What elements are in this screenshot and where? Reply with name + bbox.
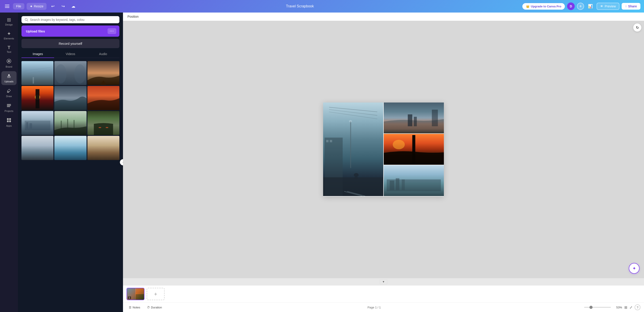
redo-button[interactable]: ↪ <box>59 2 67 10</box>
svg-rect-31 <box>98 127 101 128</box>
svg-rect-16 <box>22 61 54 85</box>
list-item[interactable] <box>22 136 54 160</box>
svg-line-34 <box>329 109 377 115</box>
slide-thumb-1[interactable]: 1 <box>126 288 144 300</box>
resize-button[interactable]: ✦ Resize <box>26 3 47 10</box>
text-icon: T <box>8 45 10 50</box>
svg-rect-10 <box>7 118 9 120</box>
list-item[interactable] <box>22 111 54 135</box>
sidebar-item-design[interactable]: ⊞ Design <box>1 15 16 28</box>
apps-icon <box>6 118 12 124</box>
list-item[interactable] <box>88 111 120 135</box>
search-input[interactable] <box>30 18 116 22</box>
cloud-save-button[interactable]: ☁ <box>69 2 77 10</box>
topbar-left: File ✦ Resize ↩ ↪ ☁ <box>4 2 77 10</box>
zoom-slider[interactable] <box>584 307 611 308</box>
chevron-left-icon: ‹ <box>122 161 123 164</box>
left-sidebar: ⊞ Design ✦ Elements T Text Brand <box>0 13 18 312</box>
notes-button[interactable]: ☰ Notes <box>126 304 142 310</box>
list-item[interactable] <box>54 86 86 110</box>
duration-label: Duration <box>151 306 162 309</box>
svg-rect-52 <box>390 181 394 190</box>
canvas-viewport[interactable]: ↻ ✦ <box>123 21 644 278</box>
sidebar-item-apps[interactable]: Apps <box>1 116 16 129</box>
magic-icon: ✦ <box>632 266 636 271</box>
position-label: Position <box>128 15 139 18</box>
search-icon <box>24 18 28 22</box>
plus-icon: + <box>579 4 582 9</box>
svg-line-15 <box>27 20 28 21</box>
list-item[interactable] <box>54 111 86 135</box>
magic-button[interactable]: ✦ <box>629 263 640 274</box>
notes-icon: ☰ <box>129 306 132 309</box>
svg-point-20 <box>55 64 67 84</box>
canvas-photo-4[interactable] <box>384 165 444 196</box>
projects-icon <box>6 103 12 109</box>
share-button[interactable]: ↑ Share <box>622 3 640 10</box>
svg-rect-48 <box>432 110 438 126</box>
svg-rect-24 <box>36 89 39 109</box>
tab-videos[interactable]: Videos <box>54 50 87 58</box>
list-item[interactable] <box>54 136 86 160</box>
svg-rect-47 <box>414 117 417 126</box>
sidebar-item-uploads[interactable]: Uploads <box>1 71 16 85</box>
sidebar-item-brand[interactable]: Brand <box>1 56 16 70</box>
canvas-photo-2[interactable] <box>384 103 444 133</box>
page-info: Page 1 / 1 <box>166 306 582 309</box>
file-button[interactable]: File <box>13 3 24 10</box>
sidebar-label-text: Text <box>7 51 11 53</box>
refresh-button[interactable]: ↻ <box>633 24 641 32</box>
record-yourself-button[interactable]: Record yourself <box>22 39 120 48</box>
help-button[interactable]: ? <box>634 304 640 310</box>
sidebar-label-apps: Apps <box>6 124 12 127</box>
list-item[interactable] <box>22 61 54 85</box>
undo-button[interactable]: ↩ <box>49 2 57 10</box>
canvas-document[interactable] <box>323 103 444 196</box>
svg-rect-46 <box>408 114 412 126</box>
uploads-icon <box>6 73 12 79</box>
svg-rect-53 <box>396 178 399 190</box>
svg-rect-30 <box>74 120 74 130</box>
sidebar-item-elements[interactable]: ✦ Elements <box>1 29 16 42</box>
clock-icon: ⏱ <box>147 306 150 309</box>
add-slide-button[interactable]: + <box>147 288 164 300</box>
expand-icon[interactable]: ⤢ <box>630 305 632 309</box>
canvas-photo-1[interactable] <box>323 103 383 196</box>
duration-button[interactable]: ⏱ Duration <box>145 304 164 310</box>
record-label: Record yourself <box>58 42 82 46</box>
sidebar-label-elements: Elements <box>4 37 14 40</box>
avatar-button[interactable]: D <box>567 3 575 10</box>
svg-rect-41 <box>323 177 383 196</box>
svg-point-21 <box>74 64 86 84</box>
list-item[interactable] <box>88 61 120 85</box>
list-item[interactable] <box>88 86 120 110</box>
sidebar-item-draw[interactable]: Draw <box>1 86 16 100</box>
sidebar-item-text[interactable]: T Text <box>1 43 16 56</box>
upload-files-button[interactable]: Upload files ··· <box>22 26 120 37</box>
bottom-panel: 1 + ☰ Notes ⏱ Duration Page 1 / 1 53% <box>123 285 644 312</box>
question-mark-icon: ? <box>636 306 638 309</box>
upgrade-button[interactable]: 👑 Upgrade to Canva Pro <box>522 3 565 10</box>
svg-rect-54 <box>402 179 405 190</box>
topbar-center: Travel Scrapbook <box>80 4 520 8</box>
sidebar-label-projects: Projects <box>4 110 14 112</box>
svg-rect-40 <box>330 140 332 142</box>
add-button[interactable]: + <box>577 3 584 10</box>
canvas-photo-3[interactable] <box>384 134 444 165</box>
list-item[interactable] <box>88 136 120 160</box>
list-item[interactable] <box>54 61 86 85</box>
sidebar-item-projects[interactable]: Projects <box>1 101 16 115</box>
layout-grid-icon[interactable]: ⊞ <box>624 305 627 309</box>
stats-button[interactable]: 📊 <box>586 2 594 10</box>
upload-files-label: Upload files <box>26 29 45 33</box>
collapse-slides-button[interactable]: ▼ <box>380 279 387 284</box>
tab-audio[interactable]: Audio <box>87 50 120 58</box>
redo-icon: ↪ <box>62 4 65 9</box>
tab-images[interactable]: Images <box>22 50 54 58</box>
preview-button[interactable]: 👁 Preview <box>596 3 620 10</box>
svg-rect-28 <box>61 121 62 130</box>
draw-icon <box>6 88 12 94</box>
menu-icon[interactable] <box>4 3 11 9</box>
elements-icon: ✦ <box>7 31 11 36</box>
list-item[interactable] <box>22 86 54 110</box>
